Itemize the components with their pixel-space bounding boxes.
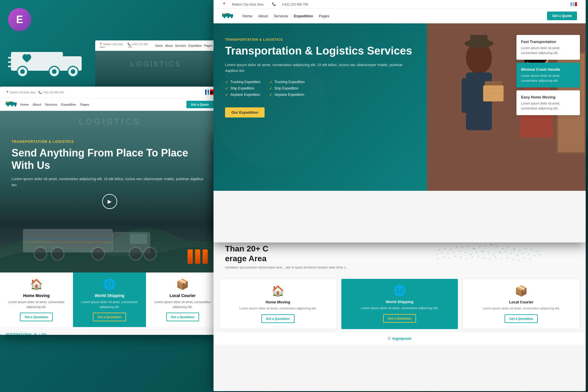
back-nav-home[interactable]: Home (155, 44, 163, 47)
rt-phone: (+62) 123 456 789 (282, 3, 308, 6)
rb-world-icon: 🌐 (346, 285, 454, 297)
rt-nav-services[interactable]: Services (274, 14, 288, 18)
svg-point-104 (472, 257, 473, 258)
logistics-watermark: LOGISTICS (130, 59, 181, 68)
mid-bottom-tag: INTERNATIONAL AL LOG- (6, 333, 214, 335)
back-location: 📍 Madiun City East Java (99, 43, 124, 48)
rt-checklist-col2: ✓Trucking Expedition ✓Ship Expedition ✓A… (269, 80, 305, 99)
local-courier-icon: 📦 (151, 278, 214, 290)
svg-point-109 (501, 258, 502, 259)
rb-quot-btn-1[interactable]: Get a Quotation (261, 314, 295, 323)
play-btn-container: ▶ (12, 194, 208, 209)
rt-check-4: ✓Trucking Expedition (269, 80, 305, 84)
rt-nav-home[interactable]: Home (242, 14, 252, 18)
rt-phone-icon: 📞 (272, 2, 276, 6)
svg-point-85 (471, 254, 472, 255)
svg-point-102 (460, 257, 462, 258)
mid-bottom-partial: INTERNATIONAL AL LOG- (0, 327, 219, 335)
quotation-btn-2[interactable]: Get a Quotation (93, 313, 126, 321)
svg-point-110 (507, 257, 508, 259)
elementor-badge[interactable]: E (8, 8, 31, 31)
mid-cta-btn[interactable]: Get a Quote (186, 101, 214, 108)
svg-point-106 (484, 257, 485, 259)
rt-nav-about[interactable]: About (258, 14, 268, 18)
svg-point-33 (224, 16, 225, 18)
rt-side-card-3: Easy Home Moving Lorem ipsum dolor sit a… (516, 90, 580, 115)
rt-hero-content: TRANSPORTATION & LOGISTICS Transportatio… (225, 38, 415, 117)
svg-point-29 (129, 247, 142, 260)
svg-point-119 (499, 251, 501, 253)
svg-point-35 (231, 16, 233, 18)
svg-point-113 (524, 257, 525, 259)
svg-point-7 (71, 69, 75, 74)
mid-truck-logo (6, 100, 17, 108)
rt-nav-pages[interactable]: Pages (319, 14, 329, 18)
svg-point-66 (468, 246, 469, 247)
rt-nav-expedition[interactable]: Expedition (294, 14, 313, 18)
back-phone: 📞 (+62) 123 456 789 (128, 43, 149, 48)
youtube-icon[interactable]: ▶ (210, 89, 214, 95)
svg-point-26 (34, 247, 47, 260)
svg-point-20 (14, 105, 16, 107)
rt-twitter-icon[interactable]: t (573, 2, 574, 6)
svg-point-88 (488, 252, 489, 253)
rt-check-2: ✓Ship Expedition (225, 86, 261, 91)
svg-point-94 (523, 253, 524, 254)
rb-service-2: 🌐 World Shipping Lorem ipsum dolor sit a… (341, 279, 458, 329)
svg-point-65 (462, 247, 463, 248)
svg-point-84 (465, 252, 466, 253)
quotation-btn-3[interactable]: Get a Quotation (166, 313, 199, 321)
rt-side-cards: Fast Transportation Lorem ipsum dolor si… (516, 35, 580, 115)
mid-nav-home[interactable]: Home (20, 103, 29, 106)
rb-services-row: 🏠 Home Moving Lorem ipsum dolor sit amet… (214, 279, 586, 332)
back-nav-about[interactable]: About (165, 44, 173, 47)
svg-point-79 (436, 254, 437, 255)
back-nav-services[interactable]: Services (175, 44, 186, 47)
svg-point-89 (494, 254, 495, 255)
play-button[interactable]: ▶ (102, 194, 117, 209)
svg-point-112 (518, 260, 519, 261)
quotation-btn-1[interactable]: Get a Quotation (20, 313, 53, 321)
expedition-btn[interactable]: Our Expedition (225, 107, 265, 117)
svg-rect-32 (230, 14, 233, 17)
rt-facebook-icon[interactable]: f (571, 2, 572, 6)
svg-point-82 (453, 252, 454, 253)
barriers (188, 249, 208, 264)
mid-nav2: Home About Services Expedition Pages Get… (0, 98, 219, 111)
mid-nav-pages[interactable]: Pages (80, 103, 89, 106)
rb-quot-btn-3[interactable]: Get a Quotation (505, 314, 538, 323)
rb-service-1: 🏠 Home Moving Lorem ipsum dolor sit amet… (219, 279, 337, 329)
svg-point-103 (466, 258, 467, 259)
svg-point-5 (52, 69, 57, 74)
svg-point-108 (495, 257, 496, 258)
facebook-icon[interactable]: f (205, 89, 206, 95)
mid-nav-about[interactable]: About (33, 103, 41, 106)
svg-point-118 (482, 251, 484, 252)
rb-quot-btn-2[interactable]: Get a Quotation (383, 314, 416, 323)
svg-rect-41 (462, 78, 470, 113)
rt-social: f t ▶ (571, 2, 577, 6)
rt-youtube-icon[interactable]: ▶ (575, 2, 577, 6)
mid-nav-expedition[interactable]: Expedition (61, 103, 76, 106)
back-navbar: 📍 Madiun City East Java 📞 (+62) 123 456 … (95, 40, 216, 51)
svg-point-63 (450, 249, 452, 250)
rt-cta-btn[interactable]: Get a Quote (547, 12, 577, 20)
svg-point-83 (459, 251, 460, 252)
back-nav-expedition[interactable]: Expedition (188, 44, 202, 47)
mid-location: 📍 Madiun City East Java (6, 91, 35, 94)
back-nav-pages[interactable]: Pages (204, 44, 212, 47)
svg-point-80 (442, 252, 443, 253)
svg-point-30 (144, 247, 156, 260)
twitter-icon[interactable]: t (208, 89, 209, 95)
svg-point-99 (443, 257, 444, 258)
svg-point-115 (473, 248, 475, 249)
svg-point-61 (439, 249, 440, 251)
svg-point-64 (456, 247, 457, 248)
svg-point-111 (512, 259, 514, 260)
rb-map-text: INATION PLACE SHIP Than 20+ C erage Area… (225, 238, 397, 270)
svg-point-93 (517, 255, 518, 256)
svg-point-98 (437, 258, 439, 259)
mid-nav-services[interactable]: Services (45, 103, 57, 106)
svg-point-81 (447, 253, 449, 254)
svg-point-69 (485, 245, 486, 246)
